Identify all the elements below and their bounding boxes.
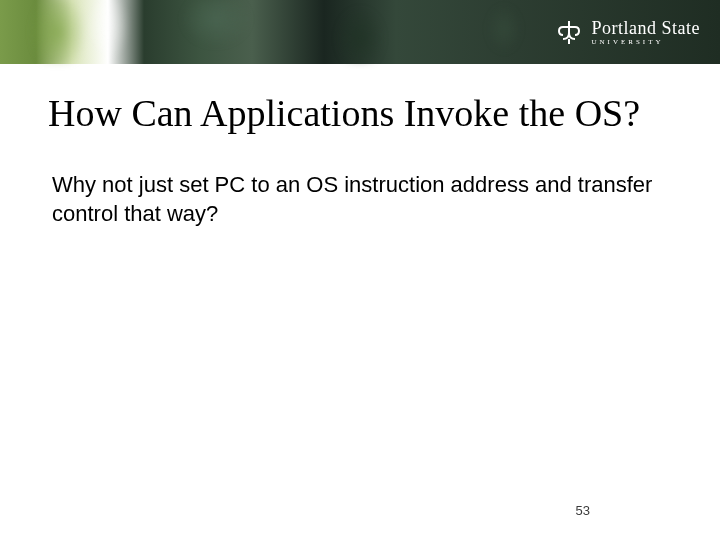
header-banner: Portland State UNIVERSITY xyxy=(0,0,720,64)
page-number: 53 xyxy=(576,503,590,518)
slide-body: Why not just set PC to an OS instruction… xyxy=(48,170,672,229)
institution-subtext: UNIVERSITY xyxy=(592,39,701,46)
slide-title: How Can Applications Invoke the OS? xyxy=(48,92,672,136)
slide-content: How Can Applications Invoke the OS? Why … xyxy=(0,64,720,229)
logo-mark-icon xyxy=(554,17,584,47)
university-logo: Portland State UNIVERSITY xyxy=(554,17,701,47)
institution-name: Portland State xyxy=(592,19,701,37)
logo-text: Portland State UNIVERSITY xyxy=(592,19,701,46)
